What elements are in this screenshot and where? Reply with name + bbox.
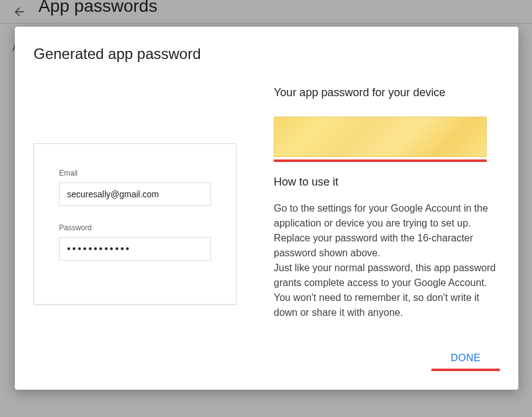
login-example-panel: Email Password ••••••••••••	[34, 81, 237, 343]
email-field[interactable]	[59, 182, 211, 206]
generated-password-dialog: Generated app password Email Password ••…	[15, 27, 518, 390]
dialog-footer: DONE	[34, 349, 500, 371]
generated-password-box	[274, 117, 487, 157]
email-label: Email	[59, 169, 211, 177]
password-label: Password	[59, 223, 211, 232]
how-to-use-heading: How to use it	[274, 176, 500, 189]
instructions-panel: Your app password for your device How to…	[274, 81, 500, 343]
done-button[interactable]: DONE	[443, 349, 488, 367]
instruction-paragraph-1: Go to the settings for your Google Accou…	[274, 201, 500, 261]
password-field[interactable]: ••••••••••••	[59, 237, 211, 261]
dialog-title: Generated app password	[34, 45, 500, 63]
instruction-paragraph-2: Just like your normal password, this app…	[274, 261, 500, 320]
dialog-body: Email Password •••••••••••• Your app pas…	[34, 81, 500, 343]
done-highlight-underline	[431, 369, 500, 371]
login-form-card: Email Password ••••••••••••	[34, 143, 237, 305]
password-highlight-underline	[274, 159, 487, 162]
device-password-heading: Your app password for your device	[274, 86, 500, 99]
